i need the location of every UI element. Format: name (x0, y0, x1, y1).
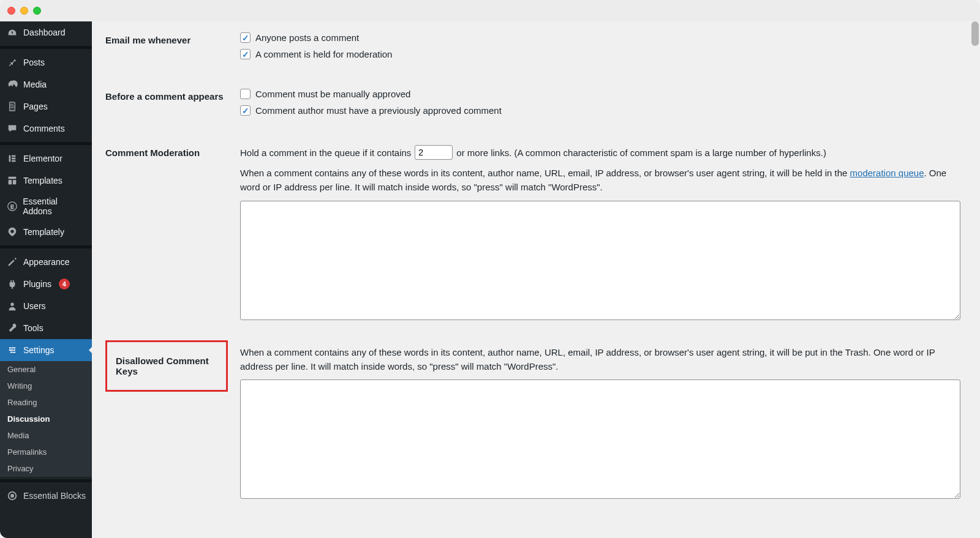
svg-rect-2 (9, 155, 11, 162)
dashboard-icon (6, 26, 18, 39)
svg-rect-3 (12, 155, 15, 157)
svg-rect-12 (11, 348, 15, 349)
sidebar-item-settings[interactable]: Settings (0, 339, 92, 361)
settings-icon (6, 344, 18, 356)
sidebar-item-elementor[interactable]: Elementor (0, 148, 92, 170)
templates-icon (6, 174, 18, 187)
settings-submenu: GeneralWritingReadingDiscussionMediaPerm… (0, 361, 92, 477)
sidebar-item-essential-addons[interactable]: Essential Addons (0, 192, 92, 221)
hold-text-after: or more links. (A common characteristic … (456, 148, 826, 158)
sidebar-item-label: Plugins (23, 279, 51, 289)
disallowed-keys-textarea[interactable] (240, 379, 960, 499)
sidebar-item-users[interactable]: Users (0, 295, 92, 317)
sidebar-item-label: Appearance (23, 257, 70, 267)
sidebar-item-media[interactable]: Media (0, 73, 92, 95)
elementor-icon (6, 152, 18, 165)
sidebar-item-label: Settings (23, 345, 55, 355)
submenu-item-permalinks[interactable]: Permalinks (0, 444, 92, 460)
sidebar-item-templates[interactable]: Templates (0, 170, 92, 192)
sidebar-item-dashboard[interactable]: Dashboard (0, 21, 92, 43)
svg-rect-7 (9, 180, 12, 184)
hold-links-row: Hold a comment in the queue if it contai… (240, 145, 960, 160)
hold-text-before: Hold a comment in the queue if it contai… (240, 148, 411, 158)
templately-icon (6, 226, 18, 238)
svg-rect-16 (12, 352, 15, 353)
svg-rect-14 (9, 349, 13, 351)
moderation-queue-link[interactable]: moderation queue (850, 168, 924, 178)
checkbox-prev-approved[interactable]: Comment author must have a previously ap… (240, 105, 960, 116)
submenu-item-reading[interactable]: Reading (0, 394, 92, 411)
ea-icon (6, 200, 18, 212)
submenu-item-general[interactable]: General (0, 361, 92, 378)
disallowed-highlight: Disallowed Comment Keys (105, 340, 228, 392)
window-titlebar (0, 0, 980, 21)
section-title-moderation: Comment Moderation (105, 140, 240, 340)
page-icon (6, 100, 18, 113)
sidebar-item-essential-blocks[interactable]: Essential Blocks (0, 485, 92, 507)
submenu-item-writing[interactable]: Writing (0, 378, 92, 394)
submenu-item-media[interactable]: Media (0, 427, 92, 444)
svg-point-15 (10, 351, 12, 353)
checkbox-input-prev[interactable] (240, 105, 251, 116)
sidebar-item-label: Comments (23, 124, 65, 133)
moderation-desc: When a comment contains any of these wor… (240, 166, 960, 195)
submenu-item-privacy[interactable]: Privacy (0, 460, 92, 477)
svg-rect-18 (10, 494, 13, 497)
sidebar-item-pages[interactable]: Pages (0, 95, 92, 118)
admin-sidebar: DashboardPostsMediaPagesCommentsElemento… (0, 21, 92, 538)
scrollbar-thumb[interactable] (971, 21, 979, 46)
moderation-keys-textarea[interactable] (240, 201, 960, 320)
sidebar-item-label: Posts (23, 58, 45, 67)
plugin-icon (6, 278, 18, 290)
sidebar-item-label: Tools (23, 323, 43, 333)
tools-icon (6, 322, 18, 334)
traffic-light-close[interactable] (7, 7, 15, 15)
checkbox-label: A comment is held for moderation (255, 49, 392, 59)
sidebar-item-label: Users (23, 301, 46, 311)
checkbox-input-anyone[interactable] (240, 32, 251, 43)
media-icon (6, 78, 18, 91)
settings-discussion-page: Email me whenever Anyone posts a comment… (92, 21, 980, 538)
update-count-badge: 4 (59, 278, 70, 290)
menu-separator (0, 479, 92, 482)
moderation-desc-part1: When a comment contains any of these wor… (240, 168, 850, 178)
users-icon (6, 300, 18, 312)
hold-links-input[interactable] (415, 145, 453, 160)
checkbox-input-held[interactable] (240, 49, 251, 59)
checkbox-label: Comment author must have a previously ap… (255, 105, 502, 116)
sidebar-item-plugins[interactable]: Plugins4 (0, 273, 92, 295)
svg-point-10 (10, 303, 13, 306)
content-scrollbar[interactable] (970, 21, 980, 538)
section-title-before: Before a comment appears (105, 84, 240, 140)
traffic-light-zoom[interactable] (33, 7, 41, 15)
sidebar-item-comments[interactable]: Comments (0, 118, 92, 140)
sidebar-item-label: Dashboard (23, 28, 66, 37)
section-title-email: Email me whenever (105, 28, 240, 84)
checkbox-input-manual[interactable] (240, 89, 251, 99)
section-title-disallowed: Disallowed Comment Keys (116, 356, 209, 376)
comment-icon (6, 122, 18, 135)
checkbox-label: Comment must be manually approved (255, 89, 410, 99)
checkbox-manual-approve[interactable]: Comment must be manually approved (240, 89, 960, 99)
submenu-item-discussion[interactable]: Discussion (0, 411, 92, 427)
checkbox-held-moderation[interactable]: A comment is held for moderation (240, 49, 960, 59)
pushpin-icon (6, 56, 18, 69)
sidebar-item-label: Media (23, 80, 47, 89)
svg-point-13 (13, 349, 15, 351)
sidebar-item-appearance[interactable]: Appearance (0, 251, 92, 273)
sidebar-item-tools[interactable]: Tools (0, 317, 92, 339)
svg-rect-6 (9, 177, 17, 179)
svg-rect-8 (13, 180, 16, 184)
sidebar-item-posts[interactable]: Posts (0, 51, 92, 73)
menu-separator (0, 46, 92, 49)
traffic-light-minimize[interactable] (20, 7, 28, 15)
checkbox-anyone-posts[interactable]: Anyone posts a comment (240, 32, 960, 43)
sidebar-item-label: Essential Addons (23, 196, 86, 216)
sidebar-item-templately[interactable]: Templately (0, 221, 92, 243)
sidebar-item-label: Essential Blocks (23, 491, 86, 501)
disallowed-desc: When a comment contains any of these wor… (240, 345, 960, 374)
sidebar-item-label: Elementor (23, 154, 62, 163)
svg-point-11 (9, 347, 11, 349)
blocks-icon (6, 490, 18, 502)
menu-separator (0, 245, 92, 248)
